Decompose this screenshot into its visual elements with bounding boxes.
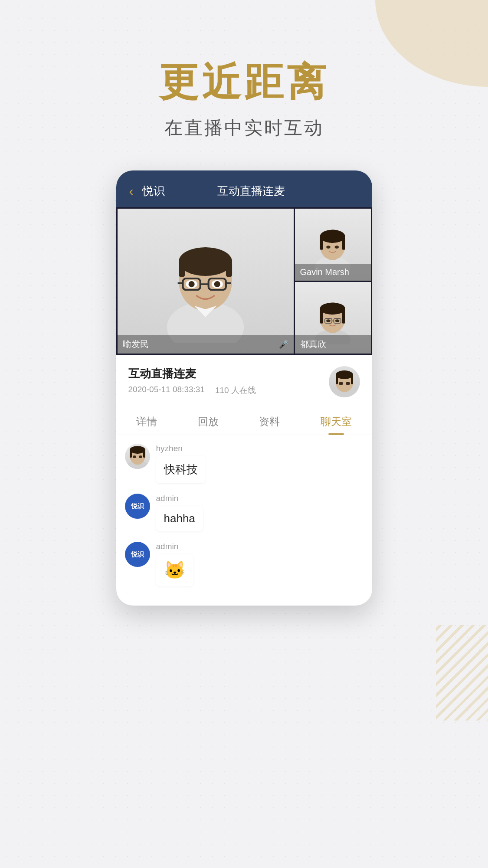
svg-rect-48 xyxy=(143,450,145,458)
main-person-name: 喻发民 xyxy=(123,338,149,350)
svg-point-50 xyxy=(139,455,142,458)
tab-materials[interactable]: 资料 xyxy=(259,415,280,435)
main-video-panel: 喻发民 🎤 xyxy=(118,209,294,354)
page-content: 更近距离 在直播中实时互动 ‹ 悦识 互动直播连麦 xyxy=(0,0,488,606)
chat-message-2: 悦识 admin hahha xyxy=(125,494,364,531)
chat-message-1: hyzhen 快科技 xyxy=(125,444,364,483)
svg-point-34 xyxy=(335,319,340,322)
svg-rect-5 xyxy=(226,262,232,277)
host-avatar-inner xyxy=(329,366,360,397)
chat-section: hyzhen 快科技 悦识 admin hahha 悦识 xyxy=(116,435,372,606)
side-video-bottom: 都真欣 xyxy=(295,282,371,354)
svg-rect-19 xyxy=(320,236,323,249)
video-grid: 喻发民 🎤 xyxy=(116,207,372,355)
svg-point-18 xyxy=(320,229,345,242)
svg-rect-28 xyxy=(342,309,345,324)
svg-rect-39 xyxy=(336,375,338,384)
main-video-label: 喻发民 🎤 xyxy=(118,335,294,354)
svg-point-13 xyxy=(188,281,194,287)
chat-username-2: admin xyxy=(156,494,203,503)
svg-rect-40 xyxy=(351,375,353,384)
live-online-count: 110 人在线 xyxy=(215,385,256,396)
chat-avatar-admin-1: 悦识 xyxy=(125,494,150,519)
app-header: ‹ 悦识 互动直播连麦 xyxy=(116,170,372,207)
chat-bubble-1: 快科技 xyxy=(156,456,206,483)
svg-point-42 xyxy=(346,382,350,385)
back-button[interactable]: ‹ xyxy=(129,184,134,199)
svg-point-3 xyxy=(179,247,232,276)
svg-point-22 xyxy=(335,246,339,249)
live-info-left: 互动直播连麦 2020-05-11 08:33:31 110 人在线 xyxy=(128,366,256,396)
yueshi-logo-text-2: 悦识 xyxy=(131,550,144,559)
sub-title: 在直播中实时互动 xyxy=(164,116,324,140)
tabs-bar: 详情 回放 资料 聊天室 xyxy=(116,404,372,435)
tab-details[interactable]: 详情 xyxy=(136,415,157,435)
phone-mockup: ‹ 悦识 互动直播连麦 xyxy=(116,170,372,606)
svg-point-41 xyxy=(339,382,343,385)
main-title: 更近距离 xyxy=(159,61,329,104)
live-info-title: 互动直播连麦 xyxy=(128,366,256,381)
chat-avatar-admin-2: 悦识 xyxy=(125,542,150,567)
live-datetime: 2020-05-11 08:33:31 xyxy=(128,385,205,396)
chat-username-3: admin xyxy=(156,542,193,551)
chat-username-1: hyzhen xyxy=(156,444,206,453)
main-person-photo xyxy=(118,209,294,354)
bg-stripe-decoration xyxy=(436,625,488,721)
svg-point-33 xyxy=(327,319,331,322)
tab-chatroom[interactable]: 聊天室 xyxy=(321,415,352,435)
side-bottom-name: 都真欣 xyxy=(300,338,326,350)
chat-content-3: admin 🐱 xyxy=(156,542,193,586)
svg-rect-20 xyxy=(342,236,345,249)
live-info-section: 互动直播连麦 2020-05-11 08:33:31 110 人在线 xyxy=(116,355,372,397)
mic-icon: 🎤 xyxy=(279,340,288,349)
side-video-column: Gavin Marsh xyxy=(295,209,371,354)
svg-point-46 xyxy=(130,446,145,454)
chat-content-2: admin hahha xyxy=(156,494,203,531)
svg-point-21 xyxy=(327,246,331,249)
svg-rect-27 xyxy=(320,309,323,324)
yueshi-logo-text: 悦识 xyxy=(131,502,144,511)
tab-replay[interactable]: 回放 xyxy=(198,415,219,435)
side-video-top: Gavin Marsh xyxy=(295,209,371,281)
host-avatar xyxy=(329,366,360,397)
chat-avatar-hyzhen xyxy=(125,444,150,469)
chat-message-3: 悦识 admin 🐱 xyxy=(125,542,364,586)
svg-point-14 xyxy=(214,281,220,287)
app-name: 悦识 xyxy=(142,183,165,199)
svg-rect-47 xyxy=(130,450,132,458)
chat-bubble-emoji: 🐱 xyxy=(156,554,193,586)
side-top-name: Gavin Marsh xyxy=(300,267,349,277)
side-top-label: Gavin Marsh xyxy=(295,264,371,281)
chat-content-1: hyzhen 快科技 xyxy=(156,444,206,483)
svg-point-49 xyxy=(133,455,136,458)
svg-point-38 xyxy=(336,370,353,379)
chat-bubble-2: hahha xyxy=(156,506,203,531)
svg-rect-4 xyxy=(179,262,185,277)
live-meta: 2020-05-11 08:33:31 110 人在线 xyxy=(128,385,256,396)
svg-rect-29 xyxy=(324,308,341,312)
live-header-title: 互动直播连麦 xyxy=(174,183,329,199)
side-bottom-label: 都真欣 xyxy=(295,335,371,354)
